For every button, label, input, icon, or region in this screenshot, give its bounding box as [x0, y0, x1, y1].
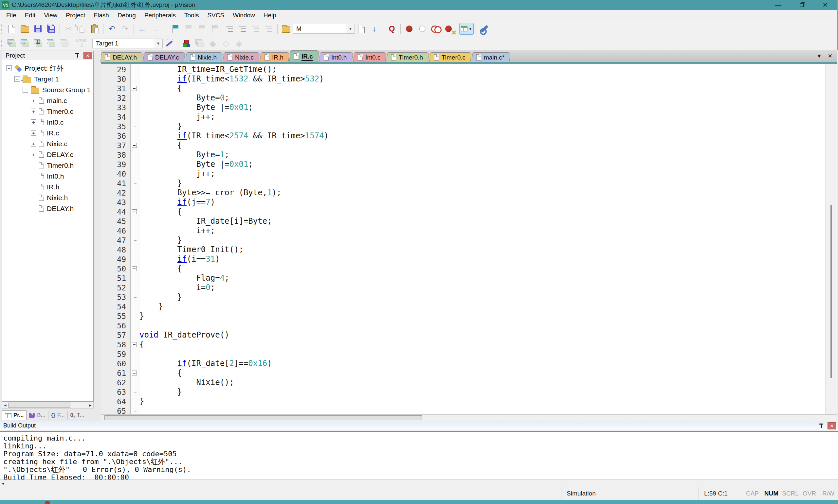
code-line-35[interactable]: 35 } [101, 122, 825, 131]
fold-column[interactable] [130, 330, 139, 340]
fold-column[interactable] [130, 122, 139, 131]
save-button[interactable] [31, 22, 45, 35]
rebuild-button[interactable]: ⇊ [31, 37, 45, 50]
options-for-target-button[interactable] [163, 37, 176, 50]
menu-item-view[interactable]: View [40, 11, 62, 20]
fold-column[interactable] [130, 207, 139, 217]
fold-column[interactable] [130, 406, 139, 414]
save-all-button[interactable] [45, 22, 58, 35]
code-line-53[interactable]: 53 } [101, 292, 825, 302]
kill-all-breakpoints-button[interactable]: ✕ [442, 22, 455, 35]
tab-close-icon[interactable]: ✕ [828, 53, 833, 59]
code-line-65[interactable]: 65 [101, 406, 825, 414]
document-tab-Nixie.h[interactable]: Nixie.h [185, 52, 223, 62]
copy-button[interactable] [75, 22, 88, 35]
fold-column[interactable] [130, 292, 139, 302]
fold-column[interactable] [130, 321, 139, 330]
fold-collapse-icon[interactable] [132, 342, 137, 347]
target-dropdown-icon[interactable]: ▼ [154, 39, 162, 48]
new-file-button[interactable] [5, 22, 18, 35]
tree-expander-icon[interactable]: + [31, 141, 36, 146]
fold-collapse-icon[interactable] [132, 86, 137, 91]
pin-icon[interactable] [75, 53, 80, 58]
insert-bookmark-button[interactable] [166, 22, 179, 35]
document-tab-Timer0.h[interactable]: Timer0.h [387, 52, 429, 62]
document-tab-Timer0.c[interactable]: Timer0.c [429, 52, 471, 62]
tree-item-main.c[interactable]: +main.c [2, 95, 93, 106]
tree-expander-icon[interactable]: − [6, 66, 12, 71]
comment-button[interactable] [249, 22, 262, 35]
menu-item-edit[interactable]: Edit [21, 11, 40, 20]
fold-column[interactable] [130, 150, 139, 160]
fold-column[interactable] [130, 340, 139, 349]
menu-item-window[interactable]: Window [228, 11, 259, 20]
fold-column[interactable] [130, 188, 139, 198]
fold-column[interactable] [130, 254, 139, 264]
file-extensions-button[interactable]: ◆ [206, 37, 219, 50]
menu-item-svcs[interactable]: SVCS [203, 11, 228, 20]
tree-item-DELAY.h[interactable]: DELAY.h [2, 203, 93, 214]
incremental-find-button[interactable]: ↓ [368, 22, 381, 35]
code-line-50[interactable]: 50 { [101, 264, 825, 273]
document-tab-Int0.h[interactable]: Int0.h [319, 52, 353, 62]
toggle-breakpoint-button[interactable] [403, 22, 416, 35]
fold-column[interactable] [130, 217, 139, 226]
close-button[interactable]: ✕ [814, 0, 837, 10]
code-line-63[interactable]: 63 } [101, 387, 825, 397]
scroll-thumb[interactable] [104, 415, 422, 420]
menu-item-file[interactable]: File [2, 11, 21, 20]
code-line-55[interactable]: 55} [101, 311, 825, 321]
tree-item-Source-Group-1[interactable]: −Source Group 1 [2, 84, 93, 95]
code-line-45[interactable]: 45 IR_date[i]=Byte; [101, 217, 825, 226]
tree-item-Timer0.c[interactable]: +Timer0.c [2, 106, 93, 117]
paste-button[interactable] [88, 22, 101, 35]
navigate-forward-button[interactable]: → [149, 22, 162, 35]
document-tab-Nixie.c[interactable]: Nixie.c [223, 52, 260, 62]
scroll-left-icon[interactable]: ◄ [2, 403, 8, 407]
tree-expander-icon[interactable]: + [31, 130, 36, 136]
fold-column[interactable] [130, 179, 139, 188]
fold-column[interactable] [130, 302, 139, 311]
stop-build-button[interactable] [58, 37, 71, 50]
project-window-toggle-button[interactable]: ▼ [459, 23, 474, 35]
uncomment-button[interactable] [262, 22, 275, 35]
tree-item-Target-1[interactable]: −*Target 1 [2, 74, 93, 84]
build-output-body[interactable]: compiling main.c...linking...Program Siz… [0, 431, 838, 480]
menu-item-project[interactable]: Project [62, 11, 89, 20]
scroll-thumb[interactable] [8, 402, 70, 408]
code-line-46[interactable]: 46 i++; [101, 226, 825, 235]
code-line-57[interactable]: 57void IR_dateProve() [101, 330, 825, 340]
code-line-60[interactable]: 60 if(IR_date[2]==0x16) [101, 359, 825, 368]
fold-column[interactable] [130, 65, 139, 74]
tree-expander-icon[interactable]: − [22, 87, 28, 93]
tree-item-DELAY.c[interactable]: +DELAY.c [2, 149, 93, 160]
tab-overflow-icon[interactable]: ▼ [816, 53, 822, 59]
editor-hscrollbar[interactable] [101, 414, 837, 421]
scroll-right-icon[interactable]: ► [87, 403, 93, 407]
panel-tab-functions[interactable]: {}F... [49, 411, 68, 420]
disable-all-breakpoints-button[interactable] [429, 22, 442, 35]
fold-column[interactable] [130, 368, 139, 378]
code-line-54[interactable]: 54 } [101, 302, 825, 311]
menu-item-debug[interactable]: Debug [113, 11, 140, 20]
fold-column[interactable] [130, 311, 139, 321]
fold-collapse-icon[interactable] [132, 266, 137, 271]
panel-tab-books[interactable]: B... [27, 411, 49, 420]
fold-column[interactable] [130, 198, 139, 207]
project-panel-hscrollbar[interactable]: ◄ ► [2, 402, 93, 409]
prev-bookmark-button[interactable] [179, 22, 192, 35]
next-bookmark-button[interactable] [192, 22, 206, 35]
code-line-61[interactable]: 61 { [101, 368, 825, 378]
code-line-38[interactable]: 38 Byte=1; [101, 150, 825, 160]
code-line-59[interactable]: 59 [101, 349, 825, 359]
panel-tab-templates[interactable]: 0,T... [68, 411, 87, 420]
code-line-52[interactable]: 52 i=0; [101, 283, 825, 292]
fold-column[interactable] [130, 84, 139, 93]
pin-icon[interactable] [819, 423, 824, 429]
code-line-58[interactable]: 58{ [101, 340, 825, 349]
fold-column[interactable] [130, 264, 139, 273]
code-line-30[interactable]: 30 if(IR_time<1532 && IR_time>532) [101, 74, 825, 84]
code-line-40[interactable]: 40 j++; [101, 169, 825, 179]
tree-item-Project-[interactable]: −Project: 红外 [2, 63, 93, 74]
batch-build-button[interactable] [45, 37, 58, 50]
